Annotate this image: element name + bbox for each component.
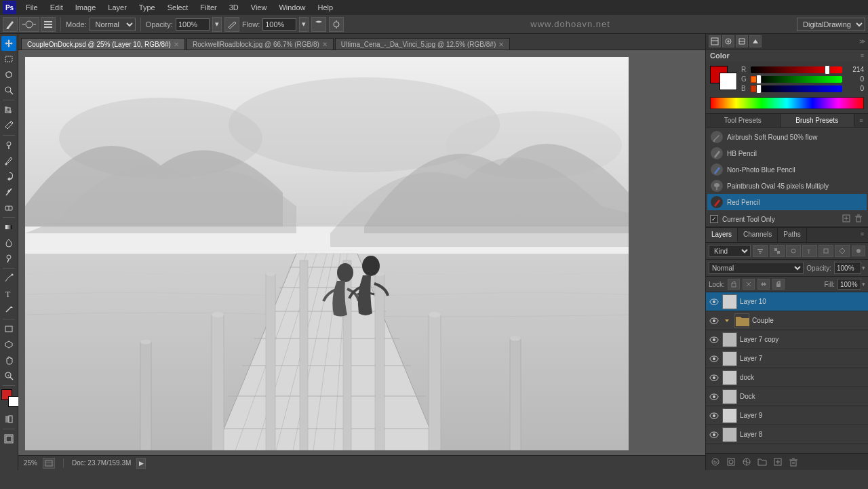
flow-options-btn[interactable] bbox=[311, 17, 326, 32]
tab-layers[interactable]: Layers bbox=[706, 228, 738, 242]
preset-blue-pencil[interactable]: Non-Photo Blue Pencil bbox=[707, 161, 867, 178]
layer-item-layer9[interactable]: Layer 9 bbox=[706, 406, 868, 425]
lasso-tool[interactable] bbox=[1, 67, 16, 82]
menu-image[interactable]: Image bbox=[70, 2, 102, 13]
tab-brush-presets[interactable]: Brush Presets bbox=[781, 114, 855, 127]
delete-preset-btn[interactable] bbox=[853, 214, 864, 224]
layer-vis-layer7[interactable] bbox=[709, 353, 719, 364]
color-gamut-warning[interactable] bbox=[751, 76, 757, 83]
preset-airbrush[interactable]: Airbrush Soft Round 50% flow bbox=[707, 129, 867, 145]
preset-hb-pencil[interactable]: HB Pencil bbox=[707, 145, 867, 161]
layer-vis-dock[interactable] bbox=[709, 391, 719, 402]
tab-close-3[interactable]: ✕ bbox=[498, 41, 504, 48]
menu-window[interactable]: Window bbox=[273, 2, 311, 13]
lock-pixels-btn[interactable] bbox=[743, 279, 755, 290]
tab-paths[interactable]: Paths bbox=[778, 228, 807, 242]
layer-item-layer7[interactable]: Layer 7 bbox=[706, 349, 868, 368]
brush-options-btn[interactable] bbox=[41, 17, 56, 32]
crop-tool[interactable] bbox=[1, 102, 16, 117]
filter-smart-btn[interactable] bbox=[835, 245, 850, 257]
lock-transparent-btn[interactable] bbox=[728, 279, 740, 290]
r-slider[interactable] bbox=[751, 66, 842, 73]
new-layer-btn[interactable] bbox=[771, 456, 785, 468]
menu-type[interactable]: Type bbox=[134, 2, 161, 13]
mode-select[interactable]: Normal Multiply Screen bbox=[90, 18, 136, 31]
color-panel-menu[interactable]: ≡ bbox=[861, 52, 864, 59]
workspace-select[interactable]: DigitalDrawing bbox=[797, 18, 865, 31]
panel-collapse-btn[interactable]: ≫ bbox=[859, 38, 865, 45]
airbrush-btn[interactable] bbox=[224, 17, 239, 32]
new-preset-btn[interactable] bbox=[841, 214, 852, 224]
filter-toggle-btn[interactable] bbox=[852, 246, 865, 256]
screen-mode-btn[interactable] bbox=[1, 431, 16, 446]
history-brush-tool[interactable] bbox=[1, 184, 16, 199]
presets-panel-menu[interactable]: ≡ bbox=[854, 114, 868, 127]
menu-edit[interactable]: Edit bbox=[45, 2, 68, 13]
eraser-tool[interactable] bbox=[1, 200, 16, 215]
zoom-tool[interactable]: + bbox=[1, 368, 16, 383]
layer-vis-layer8[interactable] bbox=[709, 429, 719, 440]
quick-select-tool[interactable] bbox=[1, 83, 16, 98]
panel-btn-3[interactable] bbox=[736, 35, 748, 47]
dodge-tool[interactable] bbox=[1, 251, 16, 266]
panel-btn-2[interactable] bbox=[722, 35, 734, 47]
tab-close-1[interactable]: ✕ bbox=[174, 41, 179, 48]
filter-pixel-btn[interactable] bbox=[770, 245, 785, 257]
menu-layer[interactable]: Layer bbox=[102, 2, 132, 13]
panel-btn-4[interactable] bbox=[749, 35, 762, 47]
add-style-btn[interactable]: fx bbox=[709, 456, 722, 468]
preset-red-pencil[interactable]: Red Pencil bbox=[707, 194, 867, 210]
menu-help[interactable]: Help bbox=[313, 2, 339, 13]
opacity-value[interactable]: 100% bbox=[176, 18, 210, 31]
layer-vis-couple[interactable] bbox=[709, 315, 719, 326]
brush-tool-btn[interactable] bbox=[3, 17, 18, 32]
filter-type-text-btn[interactable]: T bbox=[802, 245, 817, 257]
tab-channels[interactable]: Channels bbox=[738, 228, 778, 242]
quick-mask-btn[interactable] bbox=[1, 412, 16, 427]
add-mask-btn[interactable] bbox=[724, 456, 738, 468]
lock-all-btn[interactable] bbox=[772, 279, 785, 290]
flow-arrow[interactable]: ▾ bbox=[299, 17, 309, 32]
fill-input[interactable]: 100% bbox=[837, 279, 861, 290]
preset-paintbrush[interactable]: Paintbrush Oval 45 pixels Multiply bbox=[707, 178, 867, 194]
flow-value[interactable]: 100% bbox=[262, 18, 296, 31]
shape-tool[interactable] bbox=[1, 321, 16, 336]
opacity-input[interactable]: 100% bbox=[834, 262, 861, 274]
clone-tool[interactable] bbox=[1, 169, 16, 184]
layers-filter-select[interactable]: Kind Name Effect bbox=[709, 245, 751, 257]
new-fill-layer-btn[interactable] bbox=[740, 456, 753, 468]
status-arrow[interactable]: ▶ bbox=[136, 458, 146, 469]
layer-vis-layer9[interactable] bbox=[709, 410, 719, 421]
tab-close-2[interactable]: ✕ bbox=[322, 41, 328, 48]
layers-mode-select[interactable]: Normal Multiply Screen bbox=[709, 262, 804, 274]
filter-adj-btn[interactable] bbox=[786, 245, 801, 257]
layer-vis-dock-lower[interactable] bbox=[709, 372, 719, 383]
panel-btn-1[interactable] bbox=[709, 35, 721, 47]
extra-btn[interactable] bbox=[329, 17, 344, 32]
tab-coupleondock[interactable]: CoupleOnDock.psd @ 25% (Layer 10, RGB/8#… bbox=[21, 38, 185, 50]
layer-vis-layer10[interactable] bbox=[709, 296, 719, 307]
layer-item-couple[interactable]: Couple bbox=[706, 311, 868, 330]
menu-filter[interactable]: Filter bbox=[195, 2, 222, 13]
pen-tool[interactable] bbox=[1, 271, 16, 286]
blur-tool[interactable] bbox=[1, 235, 16, 250]
spot-heal-tool[interactable] bbox=[1, 138, 16, 153]
hand-tool[interactable] bbox=[1, 353, 16, 368]
layer-item-dock[interactable]: Dock bbox=[706, 387, 868, 406]
gradient-tool[interactable] bbox=[1, 220, 16, 235]
opacity-arrow[interactable]: ▾ bbox=[212, 17, 222, 32]
layer-item-layer10[interactable]: Layer 10 bbox=[706, 292, 868, 311]
marquee-tool[interactable] bbox=[1, 52, 16, 66]
path-select-tool[interactable] bbox=[1, 302, 16, 317]
status-icon[interactable] bbox=[43, 458, 55, 469]
text-tool[interactable]: T bbox=[1, 286, 16, 301]
tab-rockwell[interactable]: RockwellRoadblock.jpg @ 66.7% (RGB/8) ✕ bbox=[186, 38, 334, 50]
brush-tool-left[interactable] bbox=[1, 153, 16, 168]
menu-select[interactable]: Select bbox=[162, 2, 194, 13]
g-slider[interactable] bbox=[759, 76, 842, 83]
menu-view[interactable]: View bbox=[245, 2, 273, 13]
delete-layer-btn[interactable] bbox=[787, 456, 800, 468]
color-out-of-gamut[interactable] bbox=[751, 85, 757, 92]
menu-3d[interactable]: 3D bbox=[224, 2, 244, 13]
lock-position-btn[interactable] bbox=[757, 279, 770, 290]
